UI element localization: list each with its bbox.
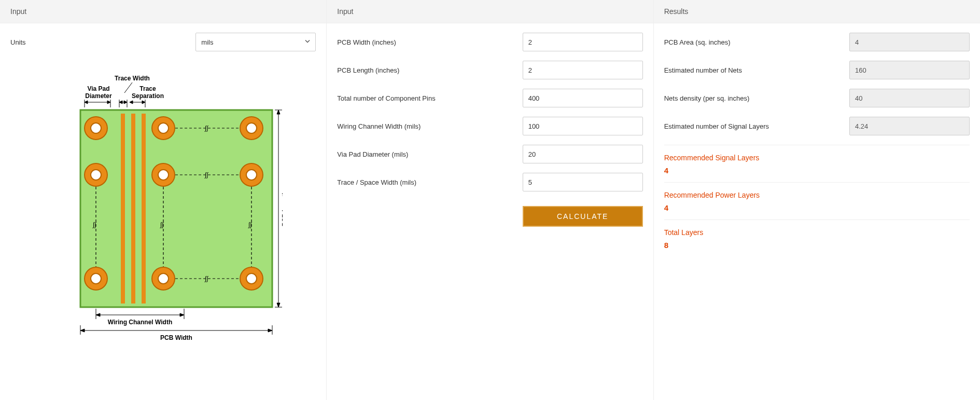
signal-layers-label: Estimated number of Signal Layers: [664, 122, 849, 130]
svg-text:PCB Length: PCB Length: [281, 191, 283, 227]
svg-point-41: [246, 273, 257, 284]
middle-panel: Input PCB Width (inches) PCB Length (inc…: [327, 0, 653, 400]
channel-width-input[interactable]: [523, 117, 643, 135]
channel-width-label: Wiring Channel Width (mils): [337, 122, 522, 130]
svg-text:∫∫: ∫∫: [248, 221, 252, 228]
rec-power-title: Recommended Power Layers: [664, 191, 970, 199]
pcb-length-input[interactable]: [523, 61, 643, 79]
svg-text:Trace Width: Trace Width: [115, 75, 150, 82]
density-label: Nets density (per sq. inches): [664, 94, 849, 102]
svg-point-27: [158, 123, 169, 133]
total-layers-title: Total Layers: [664, 228, 970, 237]
calculate-button[interactable]: CALCULATE: [523, 206, 643, 227]
total-layers-value: 8: [664, 241, 970, 250]
density-output: [849, 89, 970, 107]
svg-marker-61: [96, 313, 100, 316]
nets-label: Estimated number of Nets: [664, 66, 849, 74]
svg-text:Wiring Channel Width: Wiring Channel Width: [107, 319, 172, 326]
rec-signal-title: Recommended Signal Layers: [664, 154, 970, 162]
svg-marker-56: [277, 303, 280, 307]
svg-point-39: [158, 273, 169, 284]
area-output: [849, 33, 970, 51]
pcb-diagram: Trace Width Via Pad Diameter Trace Separ…: [10, 61, 316, 367]
svg-rect-22: [131, 114, 135, 304]
svg-text:∫∫: ∫∫: [160, 221, 164, 228]
svg-point-37: [91, 273, 101, 284]
area-label: PCB Area (sq. inches): [664, 38, 849, 46]
svg-marker-7: [85, 101, 88, 104]
svg-point-25: [91, 123, 101, 133]
svg-marker-12: [119, 101, 122, 104]
svg-line-1: [124, 82, 132, 93]
results-panel: Results PCB Area (sq. inches) Estimated …: [654, 0, 980, 400]
svg-rect-21: [121, 114, 125, 304]
svg-text:∫∫: ∫∫: [204, 125, 208, 132]
svg-marker-17: [130, 101, 133, 104]
svg-marker-8: [107, 101, 110, 104]
svg-marker-13: [124, 101, 127, 104]
signal-layers-output: [849, 117, 970, 135]
units-select[interactable]: mils: [195, 33, 316, 51]
svg-text:Separation: Separation: [132, 92, 164, 100]
pins-input[interactable]: [523, 89, 643, 107]
svg-text:∫∫: ∫∫: [92, 221, 96, 228]
svg-marker-18: [142, 101, 145, 104]
via-pad-input[interactable]: [523, 145, 643, 163]
results-panel-title: Results: [654, 0, 980, 23]
svg-point-35: [246, 170, 257, 180]
svg-text:Diameter: Diameter: [85, 92, 112, 100]
trace-space-label: Trace / Space Width (mils): [337, 178, 522, 186]
units-label: Units: [10, 38, 195, 46]
svg-rect-23: [142, 114, 146, 304]
pins-label: Total number of Component Pins: [337, 94, 522, 102]
svg-point-33: [158, 170, 169, 180]
via-pad-label: Via Pad Diameter (mils): [337, 150, 522, 158]
pcb-width-label: PCB Width (inches): [337, 38, 522, 46]
pcb-length-label: PCB Length (inches): [337, 66, 522, 74]
rec-signal-value: 4: [664, 166, 970, 175]
svg-text:∫∫: ∫∫: [204, 171, 208, 178]
svg-text:PCB Width: PCB Width: [160, 334, 192, 341]
svg-text:∫∫: ∫∫: [204, 275, 208, 282]
trace-space-input[interactable]: [523, 173, 643, 191]
svg-point-31: [91, 170, 101, 180]
svg-marker-67: [80, 329, 85, 332]
svg-text:Trace: Trace: [139, 85, 156, 92]
svg-marker-68: [268, 329, 272, 332]
rec-power-value: 4: [664, 203, 970, 212]
svg-marker-62: [180, 313, 184, 316]
svg-text:Via Pad: Via Pad: [87, 85, 109, 92]
svg-point-29: [246, 123, 257, 133]
left-panel-title: Input: [0, 0, 326, 23]
pcb-width-input[interactable]: [523, 33, 643, 51]
left-panel: Input Units mils Trace Width: [0, 0, 327, 400]
svg-marker-55: [277, 110, 280, 114]
nets-output: [849, 61, 970, 79]
middle-panel-title: Input: [327, 0, 653, 23]
